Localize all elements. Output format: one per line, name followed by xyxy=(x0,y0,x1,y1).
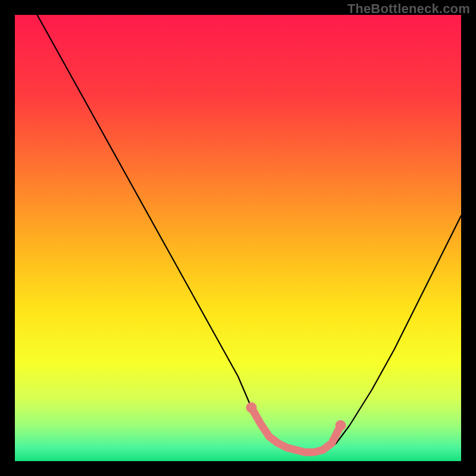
optimal-zone-end-dot xyxy=(336,420,346,431)
bottleneck-chart xyxy=(0,0,476,476)
plot-background xyxy=(15,15,461,461)
optimal-zone-end-dot xyxy=(246,402,257,413)
chart-stage: TheBottleneck.com xyxy=(0,0,476,476)
